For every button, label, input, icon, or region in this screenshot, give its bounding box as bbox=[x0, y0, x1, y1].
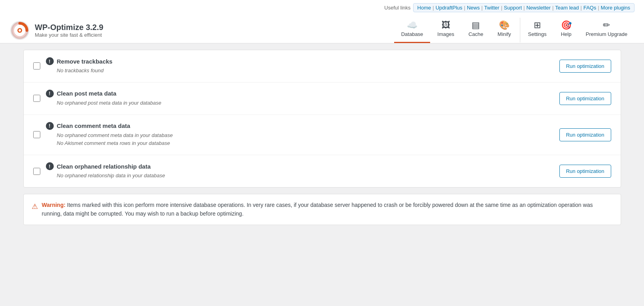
useful-link-team-lead[interactable]: Team lead bbox=[555, 5, 579, 11]
opt-row-trackbacks: !Remove trackbacksNo trackbacks foundRun… bbox=[24, 50, 621, 83]
help-icon: 🎯 bbox=[561, 21, 572, 30]
useful-links-bar: Useful links Home | UpdraftPlus | News |… bbox=[9, 0, 635, 14]
opt-title-relationship: Clean orphaned relationship data bbox=[57, 163, 151, 170]
link-separator: | bbox=[481, 5, 482, 11]
warning-text: Warning: Items marked with this icon per… bbox=[42, 201, 613, 218]
useful-link-twitter[interactable]: Twitter bbox=[484, 5, 499, 11]
checkbox-relationship[interactable] bbox=[33, 168, 40, 175]
link-separator: | bbox=[432, 5, 434, 11]
logo-icon bbox=[9, 20, 30, 41]
app-title: WP-Optimize 3.2.9 bbox=[35, 23, 103, 32]
useful-link-more-plugins[interactable]: More plugins bbox=[601, 5, 630, 11]
tab-cache[interactable]: ▤ Cache bbox=[461, 18, 491, 43]
tab-database[interactable]: ☁️ Database bbox=[394, 18, 431, 43]
useful-link-faqs[interactable]: FAQs bbox=[584, 5, 597, 11]
useful-link-support[interactable]: Support bbox=[504, 5, 522, 11]
useful-links-label: Useful links bbox=[384, 5, 410, 11]
link-separator: | bbox=[523, 5, 525, 11]
app-subtitle: Make your site fast & efficient bbox=[35, 32, 103, 38]
checkbox-post-meta[interactable] bbox=[33, 95, 40, 102]
useful-links-box: Home | UpdraftPlus | News | Twitter | Su… bbox=[413, 3, 635, 12]
opt-row-post-meta: !Clean post meta dataNo orphaned post me… bbox=[24, 83, 621, 115]
link-separator: | bbox=[598, 5, 599, 11]
cache-icon: ▤ bbox=[472, 21, 480, 30]
warning-red-icon: ⚠ bbox=[32, 201, 38, 212]
opt-desc-post-meta: No orphaned post meta data in your datab… bbox=[57, 99, 554, 107]
warn-icon-trackbacks: ! bbox=[46, 57, 54, 65]
tab-premium[interactable]: ✏ Premium Upgrade bbox=[579, 18, 635, 43]
opt-title-row-post-meta: !Clean post meta data bbox=[46, 90, 554, 98]
tab-minify[interactable]: 🎨 Minify bbox=[491, 18, 518, 43]
checkbox-trackbacks[interactable] bbox=[33, 62, 40, 69]
minify-icon: 🎨 bbox=[499, 21, 510, 30]
warning-footer: ⚠ Warning: Items marked with this icon p… bbox=[23, 194, 621, 225]
opt-info-comment-meta: !Clean comment meta dataNo orphaned comm… bbox=[46, 122, 554, 148]
useful-link-news[interactable]: News bbox=[467, 5, 480, 11]
run-btn-relationship[interactable]: Run optimization bbox=[559, 165, 611, 178]
logo-text: WP-Optimize 3.2.9 Make your site fast & … bbox=[35, 23, 103, 38]
link-separator: | bbox=[552, 5, 553, 11]
opt-title-row-relationship: !Clean orphaned relationship data bbox=[46, 162, 554, 170]
premium-icon: ✏ bbox=[603, 21, 610, 30]
images-icon: 🖼 bbox=[442, 21, 450, 30]
opt-desc-trackbacks: No trackbacks found bbox=[57, 67, 554, 75]
tab-settings[interactable]: ⊞ Settings bbox=[520, 18, 554, 43]
useful-link-home[interactable]: Home bbox=[417, 5, 431, 11]
database-icon: ☁️ bbox=[407, 21, 417, 30]
logo-area: WP-Optimize 3.2.9 Make your site fast & … bbox=[9, 20, 120, 41]
warn-icon-comment-meta: ! bbox=[46, 122, 54, 130]
opt-title-row-trackbacks: !Remove trackbacks bbox=[46, 57, 554, 65]
opt-desc-relationship: No orphaned relationship data in your da… bbox=[57, 172, 554, 180]
opt-info-relationship: !Clean orphaned relationship dataNo orph… bbox=[46, 162, 554, 180]
warn-icon-post-meta: ! bbox=[46, 90, 54, 98]
opt-desc-comment-meta: No Akismet comment meta rows in your dat… bbox=[57, 139, 554, 148]
opt-title-comment-meta: Clean comment meta data bbox=[57, 122, 130, 129]
run-btn-post-meta[interactable]: Run optimization bbox=[559, 92, 611, 105]
opt-title-post-meta: Clean post meta data bbox=[57, 90, 117, 97]
header-main: WP-Optimize 3.2.9 Make your site fast & … bbox=[9, 14, 635, 43]
tab-images[interactable]: 🖼 Images bbox=[430, 18, 461, 43]
opt-desc-comment-meta: No orphaned comment meta data in your da… bbox=[57, 131, 554, 140]
useful-link-newsletter[interactable]: Newsletter bbox=[526, 5, 550, 11]
opt-title-trackbacks: Remove trackbacks bbox=[57, 58, 113, 65]
link-separator: | bbox=[580, 5, 582, 11]
opt-row-comment-meta: !Clean comment meta dataNo orphaned comm… bbox=[24, 115, 621, 156]
opt-info-trackbacks: !Remove trackbacksNo trackbacks found bbox=[46, 57, 554, 75]
opt-row-relationship: !Clean orphaned relationship dataNo orph… bbox=[24, 155, 621, 187]
warn-icon-relationship: ! bbox=[46, 162, 54, 170]
settings-icon: ⊞ bbox=[534, 21, 541, 30]
run-btn-trackbacks[interactable]: Run optimization bbox=[559, 60, 611, 73]
useful-link-updraftplus[interactable]: UpdraftPlus bbox=[436, 5, 463, 11]
optimization-list: !Remove trackbacksNo trackbacks foundRun… bbox=[23, 50, 621, 188]
run-btn-comment-meta[interactable]: Run optimization bbox=[559, 128, 611, 141]
content-area: !Remove trackbacksNo trackbacks foundRun… bbox=[14, 50, 631, 225]
svg-point-3 bbox=[19, 29, 21, 32]
checkbox-comment-meta[interactable] bbox=[33, 131, 40, 138]
nav-tabs: ☁️ Database 🖼 Images ▤ Cache 🎨 Minify ⊞ … bbox=[394, 18, 635, 43]
tab-help[interactable]: 🎯 Help bbox=[554, 18, 579, 43]
link-separator: | bbox=[464, 5, 465, 11]
link-separator: | bbox=[501, 5, 502, 11]
opt-info-post-meta: !Clean post meta dataNo orphaned post me… bbox=[46, 90, 554, 107]
opt-title-row-comment-meta: !Clean comment meta data bbox=[46, 122, 554, 130]
